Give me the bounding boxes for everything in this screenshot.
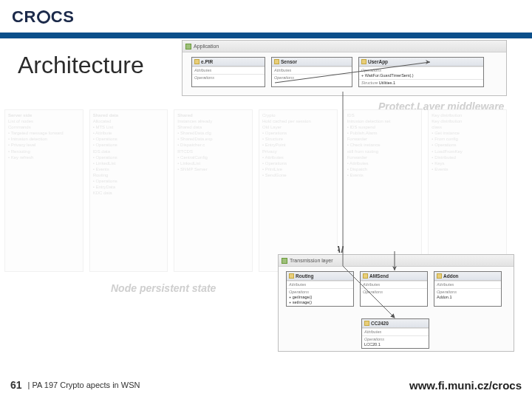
class-icon [361,59,366,64]
logo-left: CR [12,7,36,27]
box-attrs: Attributes [274,68,291,72]
ghost-line: IDS [347,112,419,118]
box-ops-lab: Operations [289,290,309,294]
ghost-line: • Operations [93,136,165,142]
class-icon [289,273,294,279]
slide-footer: 61 | PA 197 Crypto apects in WSN www.fi.… [0,371,532,399]
ghost-line: Shared [177,112,249,118]
box-ops-lab: Operations [437,290,457,294]
ghost-line: Forwarder [347,154,419,160]
ghost-line: Intrusion detection set [347,118,419,124]
box-title: Routing [296,273,314,279]
ghost-line: • PrintLive [262,166,334,172]
ghost-line: • Distributed [432,154,503,160]
ghost-line: • Dispatcher.c [177,142,249,148]
ghost-line: • Events [93,166,165,172]
slide-body: Architecture Original user application P… [0,38,532,369]
class-icon [437,273,442,279]
ghost-line: • Targeted message forward [8,130,80,136]
box-attrs: Attributes [363,282,380,287]
box-op1: + WaitFor.GuardTimerSent(.) [361,73,414,78]
footer-course: | PA 197 Crypto apects in WSN [28,381,140,389]
box-ops: Operations [363,290,383,294]
class-icon [363,273,368,279]
ghost-line: Key distribution [432,118,503,124]
label-node-state: Node persistent state [111,282,216,294]
logo-right: CS [51,7,75,27]
box-epir: e.PIR Attributes Operations [191,57,265,87]
ghost-line: • Events [432,166,503,172]
ghost-line: • From config [432,136,503,142]
page-number: 61 [10,379,22,391]
diagram-transmission: Transmission layer Routing Attributes Op… [278,254,514,352]
box-userapp: UserApp Operations+ WaitFor.GuardTimerSe… [358,57,484,87]
box-title: Sensor [281,59,297,64]
package-icon [185,44,191,50]
ghost-line: • SharedData.exp [177,136,249,142]
ghost-line: Forwarder [347,136,419,142]
ghost-line: • SharedData.cfg [177,130,249,136]
footer-left: 61 | PA 197 Crypto apects in WSN [10,379,140,391]
ghost-line: • LoadFromKey [432,149,503,154]
ghost-line: Old Layer [262,124,334,130]
ghost-line: • EntryData [93,184,165,190]
logo: CR CS [12,6,74,28]
slide-header: CR CS [0,0,532,38]
diagram-header: Transmission layer [279,255,514,267]
ghost-line: • CentralConfig [177,154,249,160]
ghost-line: KDC data [93,190,165,196]
box-title: UserApp [368,59,388,64]
package-icon [282,258,287,264]
ghost-line: • Attributes [262,154,334,160]
ghost-line: • Dispatch [347,166,419,172]
ghost-line: Key distribution [432,112,503,118]
ghost-line: • LinkedList [177,160,249,166]
box-addon: Addon Attributes OperationsAddon.1 [434,271,502,307]
ghost-line: Shared data [93,112,165,118]
ghost-line: • SNMP Server [177,166,249,172]
ghost-line: List of nodes [8,118,80,124]
ghost-line: • Structure [262,136,334,142]
ghost-line: • Check instance [347,142,419,148]
ghost-line: • Intrusion detection [8,136,80,142]
ghost-line: Instances already [177,118,249,124]
box-attrs: Attributes [289,282,306,287]
ghost-column: IDSIntrusion detection set• IDS suspend•… [344,109,423,272]
ghost-line: class [432,124,503,130]
ghost-line: IDS data [93,149,165,154]
ghost-line: RTCDS [177,149,249,154]
ghost-line: still from routing [347,149,419,154]
ghost-line: • Keys [432,160,503,166]
box-struct-lab: Structure [361,81,378,85]
ghost-column: Shared dataAllocated• MTS List• Attribut… [89,109,168,272]
ghost-column: SharedInstances alreadyShared data• Shar… [174,109,253,272]
box-ops-lab: Operations [361,68,381,72]
ghost-line: • MTS List [93,124,165,130]
box-title: AMSend [369,273,389,279]
ghost-line: • Operations [262,130,334,136]
box-title: Addon [443,273,459,279]
ghost-line: • Key refresh [8,154,80,160]
ghost-line: • Operations [432,142,503,148]
ghost-line: • EntryPoint [262,142,334,148]
class-icon [194,59,200,64]
box-ops-lab: Operations [364,337,384,341]
ghost-line: • Events [347,172,419,178]
ghost-line: Commands [8,124,80,130]
box-sensor: Sensor Attributes Operations [271,57,352,87]
box-attrs: Attributes [437,282,454,287]
box-attrs: Attributes [194,68,211,72]
box-ops: Operations [274,75,294,80]
ghost-line: • Attribute [93,130,165,136]
box-routing: Routing Attributes Operations+ getImage(… [286,271,354,307]
box-ops: Operations [194,75,214,80]
footer-url: www.fi.muni.cz/crocs [409,379,522,392]
ghost-line: Hold cached per session [262,118,334,124]
ghost-column: CryptoHold cached per sessionOld Layer• … [259,109,338,272]
ghost-line: • Operations [93,178,165,184]
box-op1: Addon.1 [437,295,452,299]
ghost-line: Server side [8,112,80,118]
box-cc2420: CC2420 Attributes OperationsLCC20.1 [361,318,429,349]
ghost-line: • Attributes [347,160,419,166]
diagram-header: Application [183,41,506,52]
